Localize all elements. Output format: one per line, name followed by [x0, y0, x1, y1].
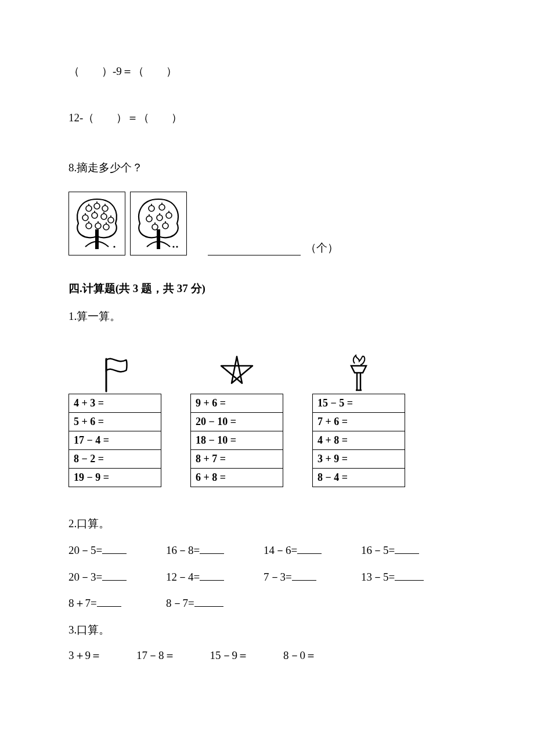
svg-point-8 [95, 223, 101, 229]
fill-blank-line-2: 12-（ ）＝（ ） [68, 110, 466, 125]
answer-blank[interactable] [395, 570, 424, 581]
svg-point-13 [146, 216, 152, 222]
answer-blank[interactable] [200, 543, 224, 554]
equation-text: 12-（ ）＝（ ） [68, 111, 182, 124]
calc-column-flag: 4 + 3 = 5 + 6 = 17 − 4 = 8 − 2 = 19 − 9 … [68, 347, 161, 487]
svg-point-4 [92, 213, 98, 218]
answer-blank[interactable] [200, 570, 224, 581]
mental-item: 16－8= [166, 537, 264, 564]
svg-point-0 [86, 206, 92, 211]
calc-table: 9 + 6 = 20 − 10 = 18 − 10 = 8 + 7 = 6 + … [190, 394, 283, 487]
flag-icon [95, 353, 135, 394]
mental-item: 17－8＝ [136, 648, 175, 663]
calc-table: 15 − 5 = 7 + 6 = 4 + 8 = 3 + 9 = 8 − 4 = [312, 394, 405, 487]
apple-tree-icon [73, 196, 121, 251]
question-8-label: 8.摘走多少个？ [68, 160, 466, 175]
calc-cell: 8 − 2 = [69, 450, 161, 469]
calc-cell: 17 − 4 = [69, 431, 161, 450]
fill-blank-line-1: （ ）-9＝（ ） [68, 64, 466, 79]
svg-point-18 [172, 246, 174, 247]
mental-item: 12－4= [166, 564, 264, 591]
mental-item: 8－7= [166, 590, 264, 617]
svg-point-9 [103, 224, 109, 230]
calc-table: 4 + 3 = 5 + 6 = 17 − 4 = 8 − 2 = 19 − 9 … [68, 394, 161, 487]
calc-cell: 6 + 8 = [191, 469, 283, 487]
calc-cell: 18 − 10 = [191, 431, 283, 450]
calc-cell: 20 − 10 = [191, 413, 283, 431]
mental-item: 16－5= [361, 537, 459, 564]
svg-point-19 [176, 246, 178, 247]
answer-blank[interactable] [97, 596, 121, 607]
svg-point-6 [108, 217, 114, 223]
svg-point-11 [149, 206, 154, 211]
svg-point-12 [159, 204, 165, 210]
svg-point-15 [166, 213, 172, 218]
tree-illustration-row: （个） [68, 192, 466, 255]
mental-item: 8－0＝ [283, 648, 316, 663]
svg-point-7 [86, 223, 92, 229]
mental-item: 20－3= [68, 564, 166, 591]
calc-columns-row: 4 + 3 = 5 + 6 = 17 − 4 = 8 − 2 = 19 − 9 … [68, 347, 466, 487]
mental-calc-block-3: 3＋9＝ 17－8＝ 15－9＝ 8－0＝ [68, 648, 466, 663]
mental-item: 15－9＝ [210, 648, 249, 663]
mental-item: 13－5= [361, 564, 459, 591]
unit-label: （个） [305, 240, 338, 255]
mental-item: 14－6= [264, 537, 361, 564]
star-icon [217, 353, 257, 394]
torch-icon [338, 353, 379, 394]
tree-box-2 [130, 192, 187, 255]
svg-point-14 [157, 215, 163, 221]
calc-cell: 9 + 6 = [191, 394, 283, 413]
svg-point-2 [102, 206, 108, 211]
svg-point-17 [163, 223, 168, 229]
question-1-label: 1.算一算。 [68, 309, 466, 324]
mental-calc-block-2: 20－5= 16－8= 14－6= 16－5= 20－3= 12－4= 7－3=… [68, 537, 466, 617]
svg-point-5 [101, 214, 107, 219]
calc-cell: 19 − 9 = [69, 469, 161, 487]
calc-cell: 4 + 8 = [313, 431, 405, 450]
calc-cell: 5 + 6 = [69, 413, 161, 431]
svg-point-1 [94, 203, 100, 209]
answer-blank[interactable] [297, 543, 322, 554]
calc-cell: 4 + 3 = [69, 394, 161, 413]
answer-blank[interactable] [292, 570, 316, 581]
question-2-label: 2.口算。 [68, 516, 466, 531]
mental-item: 20－5= [68, 537, 166, 564]
mental-item: 7－3= [264, 564, 361, 591]
svg-point-16 [152, 224, 158, 230]
svg-point-10 [113, 246, 115, 247]
answer-blank[interactable] [194, 596, 223, 607]
equation-text: （ ）-9＝（ ） [68, 65, 177, 77]
tree-box-1 [68, 192, 125, 255]
section-4-heading: 四.计算题(共 3 题，共 37 分) [68, 281, 466, 296]
answer-blank[interactable] [208, 255, 301, 255]
calc-cell: 15 − 5 = [313, 394, 405, 413]
answer-blank[interactable] [395, 543, 419, 554]
calc-column-star: 9 + 6 = 20 − 10 = 18 − 10 = 8 + 7 = 6 + … [190, 347, 283, 487]
apple-tree-icon [134, 196, 183, 251]
calc-column-torch: 15 − 5 = 7 + 6 = 4 + 8 = 3 + 9 = 8 − 4 = [312, 347, 405, 487]
calc-cell: 8 − 4 = [313, 469, 405, 487]
answer-blank[interactable] [102, 570, 127, 581]
mental-item: 8＋7= [68, 590, 166, 617]
calc-cell: 8 + 7 = [191, 450, 283, 469]
answer-blank[interactable] [102, 543, 127, 554]
svg-point-3 [82, 215, 88, 221]
mental-item: 3＋9＝ [68, 648, 102, 663]
calc-cell: 7 + 6 = [313, 413, 405, 431]
calc-cell: 3 + 9 = [313, 450, 405, 469]
question-3-label: 3.口算。 [68, 622, 466, 638]
